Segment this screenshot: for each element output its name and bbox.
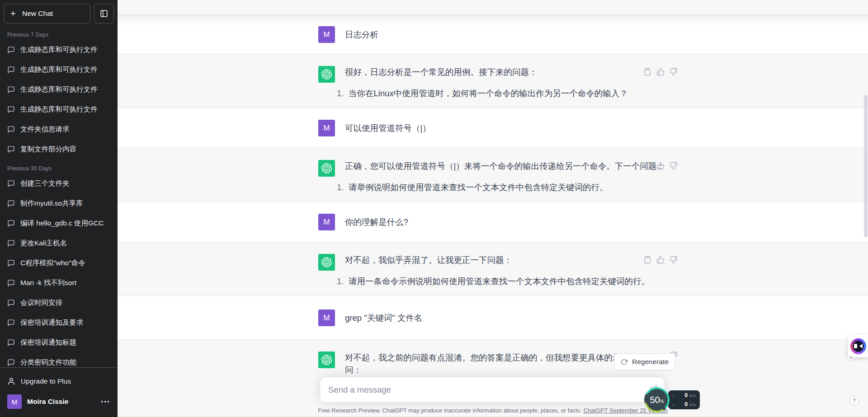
chat-bubble-icon: [7, 299, 15, 307]
copy-icon[interactable]: [643, 162, 651, 170]
download-speed-row: ↓ 0 K/s: [672, 401, 696, 408]
chat-title: 文件夹信息请求: [20, 125, 70, 134]
sidebar-chat-item[interactable]: 分类密码文件功能: [4, 353, 114, 367]
chat-title: 会议时间安排: [20, 298, 62, 308]
gauge-percent: 50: [650, 395, 660, 405]
chatgpt-avatar: [318, 351, 335, 368]
chat-title: 创建三个文件夹: [20, 179, 70, 188]
sidebar-chat-item[interactable]: C程序模拟"who"命令: [4, 254, 114, 272]
sidebar-chat-item[interactable]: 保密培训通知及要求: [4, 314, 114, 332]
chat-title: 生成静态库和可执行文件: [20, 45, 98, 55]
message-row-assistant: 对不起，我似乎弄混了。让我更正一下问题： 1. 请用一条命令示例说明如何使用管道…: [118, 242, 868, 296]
sidebar-chat-item[interactable]: 编译 hello_gdb.c 使用GCC: [4, 214, 114, 232]
plus-icon: [9, 10, 17, 17]
new-chat-label: New Chat: [22, 9, 53, 18]
sidebar-chat-item[interactable]: 生成静态库和可执行文件: [4, 80, 114, 98]
chat-bubble-icon: [7, 106, 15, 113]
icon-eye-left: [854, 344, 857, 348]
user-avatar: M: [318, 309, 335, 326]
chat-bubble-icon: [7, 279, 15, 287]
chat-title: Man -k 找不到sort: [20, 278, 76, 288]
message-actions: [643, 162, 678, 170]
help-button[interactable]: ?: [849, 396, 859, 405]
footer-disclaimer: Free Research Preview. ChatGPT may produ…: [118, 407, 868, 414]
upgrade-label: Upgrade to Plus: [21, 377, 71, 385]
sidebar-chat-item[interactable]: 保密培训通知标题: [4, 333, 114, 351]
sidebar-chat-item[interactable]: 会议时间安排: [4, 294, 114, 312]
user-message-text: 你的理解是什么?: [345, 214, 408, 230]
sidebar-footer: Upgrade to Plus M Moira Cissie •••: [0, 367, 118, 417]
chat-title: 更改Kali主机名: [20, 239, 67, 248]
message-input[interactable]: [328, 385, 643, 395]
assistant-extension-icon[interactable]: [850, 338, 866, 354]
user-message-text: 可以使用管道符号（|）: [345, 120, 431, 136]
assistant-list-item: 1. 当你在Linux中使用管道时，如何将一个命令的输出作为另一个命令的输入？: [337, 87, 628, 99]
chat-title: 生成静态库和可执行文件: [20, 85, 98, 94]
user-avatar: M: [7, 394, 22, 409]
sidebar-chat-item[interactable]: 更改Kali主机名: [4, 234, 114, 252]
history-section-label: Previous 30 Days: [4, 160, 114, 174]
openai-logo-icon: [321, 355, 332, 365]
network-speed-badge[interactable]: ↑ 0 K/s ↓ 0 K/s: [668, 390, 700, 409]
message-row-user: M 日志分析: [118, 15, 868, 54]
sidebar-chat-item[interactable]: 复制文件部分内容: [4, 140, 114, 158]
chatgpt-avatar: [318, 66, 335, 83]
regenerate-button[interactable]: Regenerate: [614, 353, 675, 370]
thumbs-down-icon[interactable]: [670, 162, 678, 170]
sidebar-chat-item[interactable]: 生成静态库和可执行文件: [4, 41, 114, 59]
thumbs-up-icon[interactable]: [656, 256, 665, 264]
sidebar-chat-item[interactable]: 生成静态库和可执行文件: [4, 61, 114, 79]
sidebar-chat-item[interactable]: 创建三个文件夹: [4, 174, 114, 192]
more-options-icon[interactable]: •••: [101, 398, 110, 405]
user-message-text: 日志分析: [345, 26, 378, 43]
chat-main: 1. 什么时候使用Linux管道可能特别有用？请提供一个示例情境。 M 日志分析…: [118, 0, 868, 417]
new-chat-button[interactable]: New Chat: [4, 4, 90, 23]
refresh-icon: [621, 359, 627, 365]
chatgpt-avatar: [318, 160, 335, 177]
openai-logo-icon: [321, 69, 332, 80]
assistant-list-item: 1. 什么时候使用Linux管道可能特别有用？请提供一个示例情境。: [337, 0, 578, 2]
chat-bubble-icon: [7, 200, 15, 207]
message-row-user: M 可以使用管道符号（|）: [118, 108, 868, 148]
scrollbar-thumb[interactable]: [864, 95, 868, 237]
user-name: Moira Cissie: [27, 398, 95, 406]
thumbs-down-icon[interactable]: [670, 256, 678, 264]
openai-logo-icon: [321, 163, 332, 173]
extension-launcher: [848, 335, 868, 357]
openai-logo-icon: [321, 257, 332, 267]
chat-title: 分类密码文件功能: [20, 358, 76, 367]
sidebar-chat-item[interactable]: 文件夹信息请求: [4, 120, 114, 138]
copy-icon[interactable]: [643, 256, 651, 264]
sidebar-chat-item[interactable]: 生成静态库和可执行文件: [4, 100, 114, 118]
upgrade-to-plus-button[interactable]: Upgrade to Plus: [4, 371, 114, 391]
assistant-message-text: 很好，日志分析是一个常见的用例。接下来的问题：: [345, 66, 628, 78]
chatgpt-app: New Chat Previous 7 Days 生成静态库和可执行文件 生成静…: [0, 0, 868, 417]
chat-title: 复制文件部分内容: [20, 145, 76, 154]
upload-speed-row: ↑ 0 K/s: [672, 392, 696, 398]
message-row-user: M 你的理解是什么?: [118, 202, 868, 242]
thumbs-down-icon[interactable]: [670, 68, 678, 76]
chat-title: C程序模拟"who"命令: [20, 258, 85, 268]
person-icon: [7, 377, 15, 385]
performance-gauge[interactable]: 50 %: [644, 387, 670, 412]
download-arrow-icon: ↓: [672, 402, 675, 407]
chat-bubble-icon: [7, 259, 15, 267]
chat-bubble-icon: [7, 339, 15, 347]
message-row-assistant: 正确，您可以使用管道符号（|）来将一个命令的输出传递给另一个命令。下一个问题： …: [118, 148, 868, 202]
chat-bubble-icon: [7, 359, 15, 366]
user-profile-row[interactable]: M Moira Cissie •••: [4, 391, 114, 412]
copy-icon[interactable]: [643, 68, 651, 76]
user-message-text: grep "关键词" 文件名: [345, 309, 422, 326]
chat-bubble-icon: [7, 86, 15, 94]
chat-title: 生成静态库和可执行文件: [20, 105, 98, 114]
chat-bubble-icon: [7, 46, 15, 54]
sidebar-header: New Chat: [4, 4, 114, 23]
thumbs-up-icon[interactable]: [656, 162, 665, 170]
chat-bubble-icon: [7, 220, 15, 227]
chat-bubble-icon: [7, 180, 15, 187]
sidebar-chat-item[interactable]: Man -k 找不到sort: [4, 274, 114, 292]
chat-bubble-icon: [7, 239, 15, 247]
collapse-sidebar-button[interactable]: [94, 4, 114, 23]
sidebar-chat-item[interactable]: 制作myutil.so共享库: [4, 194, 114, 212]
thumbs-up-icon[interactable]: [656, 68, 665, 76]
